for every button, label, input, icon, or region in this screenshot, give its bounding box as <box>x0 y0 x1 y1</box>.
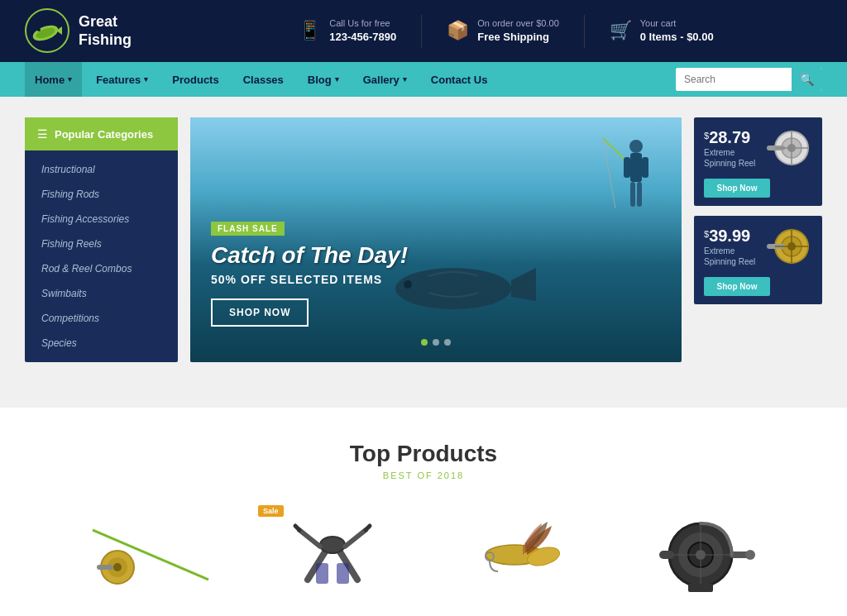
product-card-1-inner: $28.79 ExtremeSpinning Reel <box>694 117 822 179</box>
chevron-down-icon: ▾ <box>144 75 148 84</box>
logo-icon <box>25 8 70 54</box>
banner-subtitle: 50% OFF SELECTED ITEMS <box>211 273 661 286</box>
product-cards: $28.79 ExtremeSpinning Reel <box>694 117 822 362</box>
shop-now-button-1[interactable]: Shop Now <box>704 179 770 198</box>
dot-1[interactable] <box>421 339 428 346</box>
category-competitions[interactable]: Competitions <box>25 306 178 331</box>
svg-point-34 <box>320 537 345 553</box>
product-thumb-3[interactable] <box>432 505 597 604</box>
product-thumb-1[interactable] <box>68 505 233 604</box>
chevron-down-icon: ▾ <box>403 75 407 84</box>
hero-banner: FLASH SALE Catch of The Day! 50% OFF SEL… <box>190 117 682 362</box>
categories-panel: ☰ Popular Categories Instructional Fishi… <box>25 117 178 362</box>
product-1-image <box>84 513 217 596</box>
product-thumb-img-2 <box>262 505 403 604</box>
phone-details: Call Us for free 123-456-7890 <box>329 17 396 45</box>
svg-point-4 <box>37 28 41 31</box>
category-fishing-reels[interactable]: Fishing Reels <box>25 232 178 256</box>
shipping-amount: $0.00 <box>536 18 559 28</box>
svg-rect-33 <box>97 565 113 570</box>
banner-title: Catch of The Day! <box>211 242 661 269</box>
nav-gallery[interactable]: Gallery ▾ <box>353 62 417 97</box>
hero-section: ☰ Popular Categories Instructional Fishi… <box>25 117 822 362</box>
nav-blog[interactable]: Blog ▾ <box>298 62 349 97</box>
product-thumb-2[interactable]: Sale <box>250 505 415 604</box>
cart-label: Your cart <box>640 18 677 28</box>
category-instructional[interactable]: Instructional <box>25 157 178 182</box>
product-1-desc: ExtremeSpinning Reel <box>704 147 755 169</box>
categories-header: ☰ Popular Categories <box>25 117 178 150</box>
cart-items: 0 Items <box>640 31 677 43</box>
nav-home[interactable]: Home ▾ <box>25 62 82 97</box>
cart-summary: 0 Items - $0.00 <box>640 30 714 45</box>
svg-point-5 <box>629 140 643 153</box>
svg-rect-49 <box>688 584 713 592</box>
search-box[interactable]: 🔍 <box>676 68 822 91</box>
menu-icon: ☰ <box>37 127 48 141</box>
logo-text: Great Fishing <box>79 13 132 49</box>
logo-line2: Fishing <box>79 31 132 48</box>
main-nav: Home ▾ Features ▾ Products Classes Blog … <box>0 62 847 97</box>
top-products-subtitle: BEST OF 2018 <box>25 470 822 480</box>
banner-dots <box>211 327 661 346</box>
main-content: ☰ Popular Categories Instructional Fishi… <box>0 97 847 408</box>
category-species[interactable]: Species <box>25 331 178 356</box>
search-button[interactable]: 🔍 <box>792 68 822 91</box>
nav-contact[interactable]: Contact Us <box>421 62 498 97</box>
top-products-title: Top Products <box>25 441 822 467</box>
product-thumb-4[interactable] <box>614 505 779 604</box>
cart-icon: 🛒 <box>610 20 632 41</box>
nav-items: Home ▾ Features ▾ Products Classes Blog … <box>25 62 676 97</box>
category-fishing-accessories[interactable]: Fishing Accessories <box>25 207 178 232</box>
nav-classes[interactable]: Classes <box>233 62 294 97</box>
dot-3[interactable] <box>444 339 451 346</box>
phone-label: Call Us for free <box>329 18 390 28</box>
search-input[interactable] <box>676 68 792 91</box>
product-3-image <box>452 513 577 596</box>
site-header: Great Fishing 📱 Call Us for free 123-456… <box>0 0 847 62</box>
chevron-down-icon: ▾ <box>68 75 72 84</box>
price-amount-1: 28.79 <box>709 128 750 146</box>
svg-point-45 <box>745 550 755 560</box>
svg-rect-6 <box>630 153 642 182</box>
svg-point-32 <box>113 563 122 571</box>
shipping-icon: 📦 <box>447 20 469 41</box>
shipping-details: On order over $0.00 Free Shipping <box>477 17 558 45</box>
svg-rect-35 <box>316 563 328 584</box>
shop-now-button[interactable]: SHOP NOW <box>211 298 309 327</box>
svg-rect-7 <box>624 157 630 178</box>
categories-list: Instructional Fishing Rods Fishing Acces… <box>25 150 178 362</box>
product-card-1: $28.79 ExtremeSpinning Reel <box>694 117 822 206</box>
header-divider-2 <box>584 15 585 48</box>
product-4-image <box>634 513 758 596</box>
categories-title: Popular Categories <box>55 128 153 141</box>
product-2-price: $39.99 <box>704 227 755 246</box>
svg-rect-48 <box>659 551 674 559</box>
reel-image-1 <box>763 127 812 169</box>
products-grid: Sale <box>25 505 822 604</box>
shop-now-button-2[interactable]: Shop Now <box>704 277 770 296</box>
product-thumb-img-1 <box>80 505 221 604</box>
category-fishing-rods[interactable]: Fishing Rods <box>25 182 178 207</box>
dot-2[interactable] <box>433 339 439 346</box>
shipping-info: 📦 On order over $0.00 Free Shipping <box>447 17 558 45</box>
category-swimbaits[interactable]: Swimbaits <box>25 281 178 306</box>
cart-info[interactable]: 🛒 Your cart 0 Items - $0.00 <box>610 17 714 45</box>
logo[interactable]: Great Fishing <box>25 8 157 54</box>
cart-total: $0.00 <box>687 31 714 43</box>
header-info: 📱 Call Us for free 123-456-7890 📦 On ord… <box>190 15 822 48</box>
logo-line1: Great <box>79 13 117 30</box>
product-2-image <box>283 513 382 596</box>
shipping-text: Free Shipping <box>477 30 558 45</box>
nav-products[interactable]: Products <box>162 62 228 97</box>
product-2-desc: ExtremeSpinning Reel <box>704 246 755 267</box>
price-amount-2: 39.99 <box>709 227 750 245</box>
category-rod-reel-combos[interactable]: Rod & Reel Combos <box>25 256 178 281</box>
phone-number: 123-456-7890 <box>329 30 396 45</box>
cart-details: Your cart 0 Items - $0.00 <box>640 17 714 45</box>
nav-features[interactable]: Features ▾ <box>86 62 158 97</box>
banner-content: FLASH SALE Catch of The Day! 50% OFF SEL… <box>190 203 682 362</box>
phone-icon: 📱 <box>299 20 321 41</box>
svg-rect-8 <box>642 157 648 178</box>
svg-rect-36 <box>337 563 349 584</box>
